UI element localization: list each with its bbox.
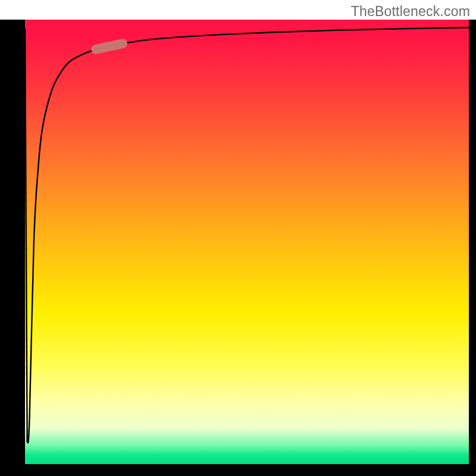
curve-initial-spike <box>25 29 27 442</box>
curve-svg <box>25 20 469 464</box>
axis-border-bottom <box>0 464 476 476</box>
curve-main <box>27 27 469 443</box>
watermark-text: TheBottleneck.com <box>351 4 470 20</box>
highlight-capsule <box>96 43 123 49</box>
chart-frame: TheBottleneck.com <box>0 0 476 476</box>
axis-border-right <box>469 20 476 476</box>
plot-area <box>25 20 469 464</box>
axis-border-left <box>0 20 25 476</box>
